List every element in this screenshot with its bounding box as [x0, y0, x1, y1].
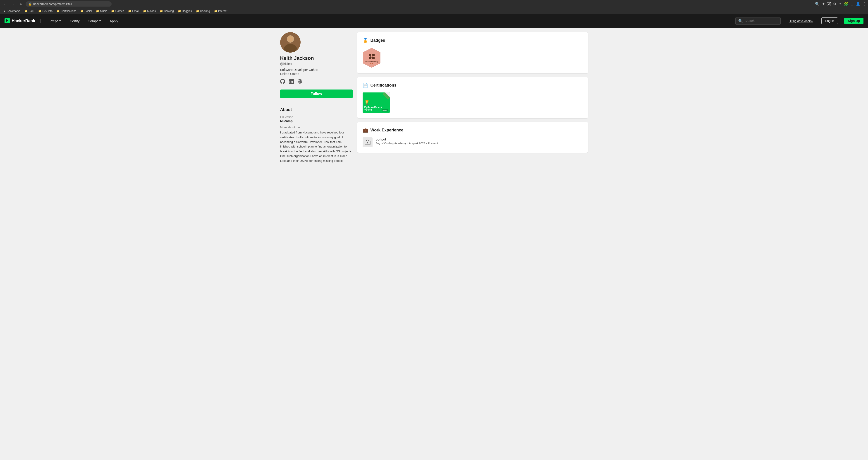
profile-location: United States	[280, 72, 353, 76]
bookmark-devinfo[interactable]: 📁 Dev Info	[36, 9, 54, 13]
search-icon[interactable]: 🔍	[815, 2, 819, 6]
menu-icon[interactable]: ⋮	[863, 2, 866, 6]
profile-icon[interactable]: 👤	[856, 2, 860, 6]
svg-text:Problem Solving: Problem Solving	[365, 61, 378, 62]
profile-main: 🏅 Badges Problem Solving ★★	[357, 32, 588, 163]
work-title: Work Experience	[371, 128, 404, 133]
nav-links: Prepare Certify Compete Apply	[45, 14, 122, 28]
github-icon[interactable]	[280, 79, 285, 85]
follow-button[interactable]: Follow	[280, 89, 353, 98]
extension-icon[interactable]: ✦	[839, 2, 841, 6]
bookmark-email[interactable]: 📁 Email	[126, 9, 141, 13]
folder-icon: 📁	[111, 10, 114, 13]
folder-icon: 📁	[96, 10, 99, 13]
more-about-label: More about me	[280, 125, 353, 129]
education-value: Nucamp	[280, 119, 353, 123]
badge-icon: 🏅	[363, 38, 368, 43]
bookmark-doggies[interactable]: 📁 Doggies	[176, 9, 194, 13]
work-org-period: Joy of Coding Academy · August 2023 · Pr…	[376, 142, 438, 145]
cert-icon: 📄	[363, 83, 368, 88]
avatar	[280, 32, 301, 53]
logo-text: HackerRank	[12, 19, 35, 23]
main-content: Keith Jackson @hikite1 Software Develope…	[276, 28, 593, 168]
address-bar[interactable]: 🔒 hackerrank.com/profile/hikite1	[26, 1, 112, 6]
bookmark-dnd[interactable]: 📁 D&D	[23, 9, 36, 13]
signup-button[interactable]: Sign Up	[844, 18, 864, 24]
bookmark-movies[interactable]: 📁 Movies	[141, 9, 158, 13]
nav-certify[interactable]: Certify	[66, 14, 84, 28]
badges-header: 🏅 Badges	[363, 38, 583, 43]
bio-text: I graduated from Nucamp and have receive…	[280, 130, 353, 163]
about-section: About Education Nucamp More about me I g…	[280, 107, 353, 163]
back-button[interactable]: ←	[2, 2, 8, 6]
cert-python-basic[interactable]: 🏆 Python (Basic) Verified SKILL	[363, 92, 390, 113]
badges-list: Problem Solving ★★	[363, 48, 583, 68]
bookmark-label: Certifications	[61, 9, 76, 13]
search-container: 🔍	[735, 17, 781, 25]
main-navbar: H HackerRank | Prepare Certify Compete A…	[0, 14, 868, 28]
svg-text:★★: ★★	[370, 62, 373, 65]
bookmark-music[interactable]: 📁 Music	[94, 9, 109, 13]
svg-point-11	[371, 55, 373, 57]
bookmark-label: Cooking	[200, 9, 210, 13]
badge-problem-solving[interactable]: Problem Solving ★★	[363, 48, 381, 68]
site-logo[interactable]: H HackerRank	[4, 18, 35, 23]
bookmark-label: Doggies	[182, 9, 192, 13]
bookmark-label: Social	[85, 9, 92, 13]
folder-icon: 📁	[128, 10, 131, 13]
browser-toolbar: 🔍 ★ 🖼 ⚙ ✦ 🧩 ⊞ 👤 ⋮	[815, 2, 866, 6]
bookmark-label: D&D	[29, 9, 34, 13]
login-button[interactable]: Log In	[822, 18, 838, 24]
cert-award-icon: 🏆	[364, 100, 388, 105]
reload-button[interactable]: ↻	[18, 1, 24, 6]
puzzle-icon[interactable]: 🧩	[844, 2, 848, 6]
folder-icon: 📁	[38, 10, 41, 13]
bookmark-label: Bookmarks	[7, 9, 20, 13]
cert-skill-badge: SKILL	[381, 109, 389, 112]
lock-icon: 🔒	[28, 2, 32, 6]
website-icon[interactable]	[298, 79, 302, 85]
certifications-title: Certifications	[371, 83, 397, 88]
badges-title: Badges	[371, 38, 385, 43]
nav-apply[interactable]: Apply	[105, 14, 122, 28]
profile-sidebar: Keith Jackson @hikite1 Software Develope…	[280, 32, 357, 163]
company-icon	[363, 137, 373, 147]
svg-rect-10	[372, 57, 375, 59]
folder-icon: 📁	[80, 10, 84, 13]
bookmark-cooking[interactable]: 📁 Cooking	[194, 9, 212, 13]
bookmark-social[interactable]: 📁 Social	[79, 9, 94, 13]
bookmark-label: Games	[115, 9, 124, 13]
work-experience-card: 💼 Work Experience cohort Joy of Coding A…	[357, 122, 588, 153]
forward-button[interactable]: →	[10, 2, 16, 6]
work-details: cohort Joy of Coding Academy · August 20…	[376, 137, 438, 145]
nav-prepare[interactable]: Prepare	[45, 14, 66, 28]
cert-name: Python (Basic)	[364, 106, 388, 109]
bookmark-certifications[interactable]: 📁 Certifications	[55, 9, 78, 13]
folder-icon: 📁	[178, 10, 181, 13]
folder-icon: 📁	[57, 10, 60, 13]
search-box[interactable]: 🔍	[735, 17, 781, 25]
education-label: Education	[280, 115, 353, 119]
settings-icon[interactable]: ⚙	[833, 2, 836, 6]
folder-icon: 📁	[143, 10, 146, 13]
folder-icon: 📁	[160, 10, 163, 13]
screenshot-icon[interactable]: 🖼	[827, 2, 831, 6]
bookmark-label: Dev Info	[42, 9, 53, 13]
bookmark-label: Banking	[164, 9, 174, 13]
logo-icon: H	[4, 18, 10, 23]
bookmark-icon[interactable]: ★	[822, 2, 825, 6]
bookmark-games[interactable]: 📁 Games	[109, 9, 126, 13]
work-item-cohort: cohort Joy of Coding Academy · August 20…	[363, 137, 583, 147]
linkedin-icon[interactable]	[289, 79, 294, 85]
hiring-link[interactable]: Hiring developers?	[789, 19, 813, 23]
profile-divider	[280, 103, 353, 103]
split-icon[interactable]: ⊞	[850, 2, 854, 6]
nav-compete[interactable]: Compete	[84, 14, 106, 28]
bookmarks-bar: ★ Bookmarks 📁 D&D 📁 Dev Info 📁 Certifica…	[0, 8, 868, 14]
bookmark-banking[interactable]: 📁 Banking	[158, 9, 176, 13]
profile-name: Keith Jackson	[280, 55, 353, 61]
bookmark-label: Music	[100, 9, 107, 13]
search-input[interactable]	[745, 19, 778, 23]
bookmark-internet[interactable]: 📁 Internet	[212, 9, 229, 13]
bookmark-bookmarks[interactable]: ★ Bookmarks	[2, 9, 22, 13]
